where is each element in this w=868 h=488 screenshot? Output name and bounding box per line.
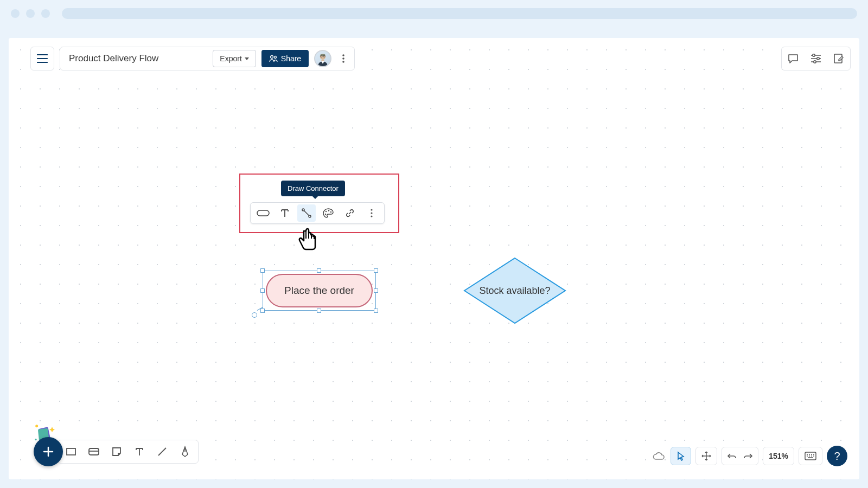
svg-rect-28 xyxy=(67,448,75,455)
link-button[interactable] xyxy=(341,204,359,222)
connector-icon xyxy=(301,208,312,219)
avatar-image xyxy=(315,51,330,66)
svg-rect-29 xyxy=(89,448,99,455)
svg-point-0 xyxy=(270,56,273,59)
selection-handle[interactable] xyxy=(374,288,378,293)
svg-point-10 xyxy=(817,57,819,60)
redo-icon xyxy=(743,452,753,460)
svg-point-26 xyxy=(35,425,38,427)
select-mode-button[interactable] xyxy=(671,447,691,465)
add-fab-button[interactable] xyxy=(34,437,63,466)
pen-icon xyxy=(180,446,190,458)
selection-handle[interactable] xyxy=(374,309,378,313)
more-options-button[interactable] xyxy=(362,204,381,222)
svg-point-17 xyxy=(328,210,329,211)
undo-button[interactable] xyxy=(726,451,737,461)
container-icon xyxy=(88,447,100,457)
svg-point-19 xyxy=(325,214,326,215)
hamburger-menu-button[interactable] xyxy=(30,47,54,70)
bottom-right-group: 151% ? xyxy=(652,446,847,466)
link-icon xyxy=(344,208,355,219)
comments-button[interactable] xyxy=(786,52,800,66)
chat-icon xyxy=(787,53,799,65)
selection-handle[interactable] xyxy=(317,309,321,313)
sticky-note-icon xyxy=(111,446,122,457)
rotate-handle[interactable] xyxy=(252,312,257,318)
sticky-note-tool[interactable] xyxy=(110,445,123,458)
traffic-dot xyxy=(26,9,35,18)
kebab-icon xyxy=(342,54,344,63)
cloud-sync-button[interactable] xyxy=(652,451,666,461)
svg-point-15 xyxy=(309,215,311,217)
cursor-icon xyxy=(676,451,685,461)
browser-chrome xyxy=(0,0,868,27)
draw-connector-button[interactable] xyxy=(297,204,316,222)
shape-text: Stock available? xyxy=(479,284,550,297)
share-button[interactable]: Share xyxy=(261,50,309,67)
edit-button[interactable] xyxy=(832,52,846,66)
selection-handle[interactable] xyxy=(260,309,265,313)
export-label: Export xyxy=(220,54,241,63)
caret-down-icon xyxy=(245,57,249,60)
pan-mode-button[interactable] xyxy=(695,447,717,465)
title-bar: Product Delivery Flow Export Share xyxy=(60,47,355,70)
plus-icon xyxy=(42,446,54,458)
document-title[interactable]: Product Delivery Flow xyxy=(69,53,158,64)
text-icon xyxy=(280,208,290,218)
tooltip: Draw Connector xyxy=(281,181,345,196)
svg-point-11 xyxy=(814,61,816,63)
color-palette-button[interactable] xyxy=(319,204,337,222)
redo-button[interactable] xyxy=(743,451,754,461)
selection-handle[interactable] xyxy=(260,268,265,273)
svg-point-8 xyxy=(342,61,344,63)
text-style-button[interactable] xyxy=(276,204,294,222)
kebab-icon xyxy=(371,209,373,217)
rectangle-icon xyxy=(66,447,76,457)
svg-point-21 xyxy=(371,212,372,214)
move-icon xyxy=(701,451,711,461)
traffic-dot xyxy=(11,9,20,18)
svg-point-16 xyxy=(326,211,327,212)
line-tool[interactable] xyxy=(156,445,169,458)
svg-rect-3 xyxy=(321,54,326,56)
zoom-level-button[interactable]: 151% xyxy=(763,447,794,465)
user-avatar[interactable] xyxy=(314,50,331,67)
tooltip-text: Draw Connector xyxy=(288,184,339,192)
sliders-icon xyxy=(810,53,822,64)
shape-context-toolbar xyxy=(250,202,385,224)
keyboard-shortcuts-button[interactable] xyxy=(799,447,822,465)
shape-style-button[interactable] xyxy=(254,204,272,222)
selection-handle[interactable] xyxy=(374,268,378,273)
top-right-toolbar xyxy=(781,47,851,70)
bottom-left-group xyxy=(34,437,199,466)
canvas[interactable]: Product Delivery Flow Export Share xyxy=(9,38,859,479)
shape-text: Place the order xyxy=(284,285,354,297)
bottom-shape-toolbar xyxy=(58,440,199,464)
freehand-tool[interactable] xyxy=(178,445,192,458)
palette-icon xyxy=(322,208,334,219)
line-icon xyxy=(157,446,168,457)
svg-point-14 xyxy=(302,209,304,211)
decision-text-wrap: Stock available? xyxy=(463,257,566,324)
container-tool[interactable] xyxy=(87,445,100,458)
keyboard-icon xyxy=(805,452,816,460)
undo-icon xyxy=(727,452,737,460)
selection-handle[interactable] xyxy=(317,268,321,273)
svg-point-18 xyxy=(330,211,331,213)
terminator-shape-icon xyxy=(256,209,270,217)
shape-terminator[interactable]: Place the order xyxy=(266,274,373,307)
text-tool[interactable] xyxy=(133,445,146,458)
svg-point-22 xyxy=(371,215,372,217)
rectangle-tool[interactable] xyxy=(65,445,78,458)
svg-point-6 xyxy=(342,54,344,56)
svg-point-7 xyxy=(342,57,344,60)
more-menu-button[interactable] xyxy=(337,50,350,67)
undo-redo-group xyxy=(722,447,758,465)
settings-button[interactable] xyxy=(809,52,823,66)
url-bar xyxy=(62,8,857,19)
svg-point-9 xyxy=(813,54,815,56)
export-button[interactable]: Export xyxy=(213,50,256,67)
share-label: Share xyxy=(281,54,301,63)
selection-handle[interactable] xyxy=(260,288,265,293)
help-button[interactable]: ? xyxy=(827,446,847,466)
